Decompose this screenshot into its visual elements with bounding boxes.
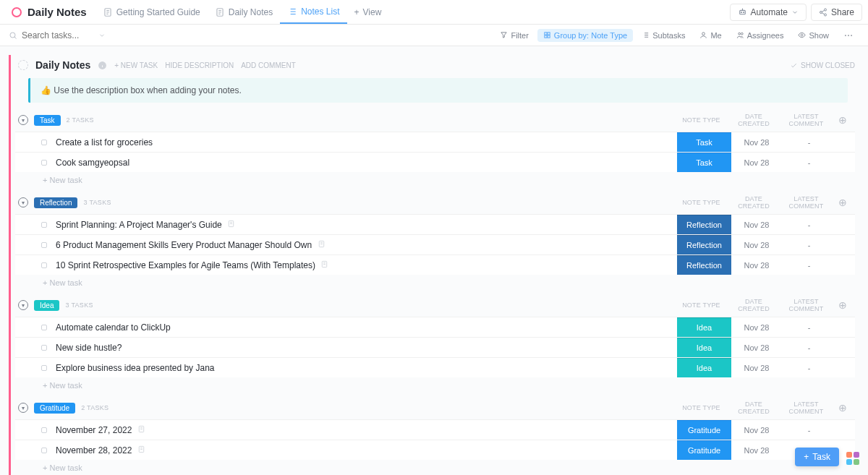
- show-label: Show: [809, 31, 829, 40]
- apps-grid-icon[interactable]: [846, 452, 859, 465]
- status-checkbox[interactable]: [41, 365, 47, 371]
- latest-comment-cell: -: [782, 158, 836, 167]
- share-button[interactable]: Share: [811, 4, 862, 21]
- subtasks-icon: [642, 31, 650, 39]
- status-checkbox[interactable]: [41, 345, 47, 351]
- status-checkbox[interactable]: [41, 448, 47, 453]
- add-column-button[interactable]: ⊕: [833, 402, 852, 414]
- add-task-inline[interactable]: + New task: [15, 172, 855, 188]
- group-reflection: ▾ Reflection 3 TASKS NOTE TYPE DATE CREA…: [15, 195, 855, 291]
- assignees-button[interactable]: Assignees: [731, 29, 790, 42]
- tab-label: Notes List: [301, 7, 339, 17]
- task-row[interactable]: 10 Sprint Retrospective Examples for Agi…: [15, 254, 855, 275]
- chevron-down-icon[interactable]: [98, 32, 106, 39]
- date-created-cell: Nov 28: [731, 446, 782, 455]
- task-title[interactable]: New side hustle?: [56, 343, 677, 353]
- task-title[interactable]: November 27, 2022: [56, 425, 677, 435]
- search-box[interactable]: [9, 30, 124, 40]
- show-button[interactable]: Show: [792, 29, 835, 42]
- add-task-inline[interactable]: + New task: [15, 460, 855, 475]
- task-title[interactable]: Sprint Planning: A Project Manager's Gui…: [56, 220, 677, 230]
- task-row[interactable]: Explore business idea presented by Jana …: [15, 357, 855, 377]
- status-circle-icon[interactable]: [18, 60, 28, 70]
- note-type-cell[interactable]: Idea: [677, 317, 731, 337]
- date-created-cell: Nov 28: [731, 364, 782, 372]
- group-pill[interactable]: Task: [34, 115, 61, 126]
- subtasks-button[interactable]: Subtasks: [636, 29, 691, 42]
- automate-button[interactable]: Automate: [730, 4, 807, 21]
- tab-getting-started[interactable]: Getting Started Guide: [95, 0, 208, 24]
- info-icon[interactable]: [98, 61, 107, 70]
- show-closed-label: SHOW CLOSED: [801, 61, 855, 69]
- collapse-toggle[interactable]: ▾: [18, 300, 28, 310]
- task-row[interactable]: 6 Product Management Skills Every Produc…: [15, 234, 855, 254]
- svg-point-7: [824, 14, 826, 16]
- task-count: 2 TASKS: [81, 404, 109, 411]
- column-note-type: NOTE TYPE: [674, 199, 728, 206]
- collapse-toggle[interactable]: ▾: [18, 115, 28, 125]
- status-checkbox[interactable]: [41, 222, 47, 228]
- status-checkbox[interactable]: [41, 427, 47, 433]
- show-closed-toggle[interactable]: SHOW CLOSED: [790, 61, 855, 69]
- task-title[interactable]: 10 Sprint Retrospective Examples for Agi…: [56, 260, 677, 270]
- list-title: Daily Notes: [35, 59, 90, 71]
- hide-description-link[interactable]: HIDE DESCRIPTION: [165, 61, 234, 69]
- task-row[interactable]: November 27, 2022 Gratitude Nov 28 -: [15, 419, 855, 440]
- status-checkbox[interactable]: [41, 160, 47, 166]
- view-tabs: Getting Started Guide Daily Notes Notes …: [95, 0, 389, 24]
- tab-add-view[interactable]: + View: [347, 0, 389, 24]
- group-header: ▾ Idea 3 TASKS NOTE TYPE DATE CREATED LA…: [15, 298, 855, 317]
- task-title[interactable]: Create a list for groceries: [56, 137, 677, 147]
- note-type-cell[interactable]: Idea: [677, 338, 731, 357]
- status-checkbox[interactable]: [41, 325, 47, 330]
- note-type-cell[interactable]: Reflection: [677, 235, 731, 254]
- add-comment-link[interactable]: ADD COMMENT: [241, 61, 296, 69]
- add-task-inline[interactable]: + New task: [15, 377, 855, 393]
- plus-icon: +: [354, 7, 359, 17]
- add-column-button[interactable]: ⊕: [833, 197, 852, 208]
- task-title[interactable]: Cook samgyeopsal: [56, 158, 677, 168]
- column-note-type: NOTE TYPE: [674, 301, 728, 309]
- filter-button[interactable]: Filter: [494, 29, 534, 42]
- group-pill[interactable]: Reflection: [34, 197, 77, 208]
- add-column-button[interactable]: ⊕: [833, 299, 852, 311]
- task-row[interactable]: Create a list for groceries Task Nov 28 …: [15, 132, 855, 152]
- status-checkbox[interactable]: [41, 262, 47, 268]
- task-row[interactable]: November 28, 2022 Gratitude Nov 28 -: [15, 440, 855, 460]
- task-title[interactable]: Explore business idea presented by Jana: [56, 363, 677, 373]
- task-title[interactable]: 6 Product Management Skills Every Produc…: [56, 240, 677, 250]
- task-row[interactable]: Cook samgyeopsal Task Nov 28 -: [15, 152, 855, 172]
- note-type-cell[interactable]: Reflection: [677, 215, 731, 234]
- search-input[interactable]: [22, 30, 94, 40]
- group-pill[interactable]: Idea: [34, 300, 59, 311]
- task-title[interactable]: Automate calendar to ClickUp: [56, 322, 677, 333]
- group-gratitude: ▾ Gratitude 2 TASKS NOTE TYPE DATE CREAT…: [15, 401, 855, 475]
- tab-notes-list[interactable]: Notes List: [280, 0, 346, 24]
- collapse-toggle[interactable]: ▾: [18, 197, 28, 207]
- status-checkbox[interactable]: [41, 140, 47, 145]
- collapse-toggle[interactable]: ▾: [18, 403, 28, 413]
- more-button[interactable]: [838, 28, 859, 43]
- status-checkbox[interactable]: [41, 242, 47, 248]
- note-type-cell[interactable]: Idea: [677, 358, 731, 377]
- me-button[interactable]: Me: [694, 29, 727, 42]
- note-type-cell[interactable]: Gratitude: [677, 440, 731, 460]
- add-task-inline[interactable]: + New task: [15, 275, 855, 291]
- eye-icon: [798, 31, 806, 39]
- note-type-cell[interactable]: Task: [677, 132, 731, 152]
- description-callout[interactable]: 👍 Use the description box when adding yo…: [28, 78, 848, 103]
- group-by-button[interactable]: Group by: Note Type: [537, 29, 633, 42]
- task-row[interactable]: Sprint Planning: A Project Manager's Gui…: [15, 214, 855, 234]
- tab-daily-notes[interactable]: Daily Notes: [208, 0, 280, 24]
- task-title[interactable]: November 28, 2022: [56, 445, 677, 455]
- new-task-link[interactable]: + NEW TASK: [114, 61, 158, 69]
- note-type-cell[interactable]: Reflection: [677, 255, 731, 275]
- group-pill[interactable]: Gratitude: [34, 403, 75, 414]
- note-type-cell[interactable]: Task: [677, 153, 731, 172]
- task-row[interactable]: Automate calendar to ClickUp Idea Nov 28…: [15, 317, 855, 337]
- task-row[interactable]: New side hustle? Idea Nov 28 -: [15, 337, 855, 357]
- note-type-cell[interactable]: Gratitude: [677, 420, 731, 440]
- add-column-button[interactable]: ⊕: [833, 114, 852, 126]
- new-task-fab[interactable]: + Task: [795, 448, 839, 466]
- group-task: ▾ Task 2 TASKS NOTE TYPE DATE CREATED LA…: [15, 113, 855, 188]
